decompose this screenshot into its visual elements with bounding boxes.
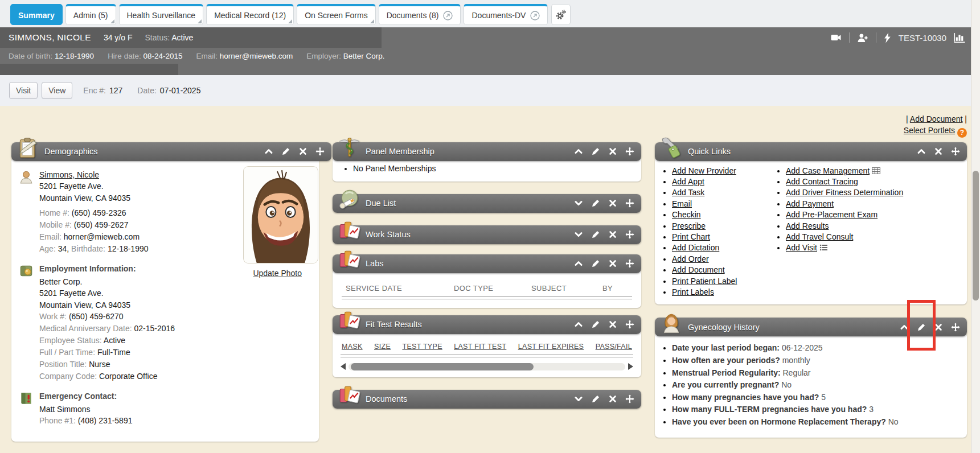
grid-icon[interactable] [872,167,880,174]
labs-column-header: SERVICE DATE [346,284,454,293]
quick-link[interactable]: Add Dictation [672,243,719,252]
move-icon[interactable] [951,323,960,332]
quick-link[interactable]: Add Case Management [786,166,870,175]
quick-link[interactable]: Add Contact Tracing [786,177,858,186]
quick-link[interactable]: Add Visit [786,243,817,252]
scroll-right-arrow[interactable] [628,363,633,370]
view-button[interactable]: View [42,82,72,99]
collapse-icon[interactable] [574,320,583,329]
update-photo-link[interactable]: Update Photo [253,269,302,278]
tab-bar: Summary Admin (5) Health Surveillance Me… [0,0,980,27]
quick-link[interactable]: Print Chart [672,232,710,241]
add-document-link[interactable]: Add Document [910,114,963,123]
list-icon[interactable] [819,244,828,251]
fit-test-column-link[interactable]: PASS/FAIL [596,343,632,351]
quick-link[interactable]: Print Patient Label [672,277,737,286]
edit-icon[interactable] [591,394,600,403]
video-camera-icon[interactable] [830,33,842,42]
page-scrollbar[interactable] [971,0,980,453]
close-icon[interactable] [608,147,617,156]
chart-tab[interactable]: Summary [10,4,63,25]
wrench-tag-icon [659,136,683,160]
close-icon[interactable] [934,147,943,156]
lightning-bolt-icon[interactable] [884,32,891,43]
chart-tab[interactable]: Documents (8) [379,4,461,25]
quick-link-item: Add Appt [672,176,769,187]
move-icon[interactable] [625,199,634,208]
expand-icon[interactable] [574,199,583,208]
portlet-fit-test: Fit Test Results MASKSIZETEST TYPELAST F… [333,315,641,377]
close-icon[interactable] [608,259,617,268]
visit-button[interactable]: Visit [9,82,38,99]
collapse-icon[interactable] [574,147,583,156]
fit-test-column-link[interactable]: LAST FIT TEST [454,343,506,351]
quick-link[interactable]: Add Travel Consult [786,232,853,241]
fit-test-column-link[interactable]: TEST TYPE [402,343,442,351]
fit-test-column-link[interactable]: SIZE [374,343,391,351]
scroll-left-arrow[interactable] [341,363,346,370]
move-icon[interactable] [625,394,634,403]
open-in-new-icon[interactable] [530,11,540,20]
portlet-due-list: Due List [333,194,641,213]
quick-link[interactable]: Add Driver Fitness Determination [786,188,903,197]
summary-page: | Add Document | Select Portlets ? Demog… [0,106,980,453]
quick-link[interactable]: Add Document [672,265,725,274]
quick-link[interactable]: Add Payment [786,199,834,208]
patient-chart-link[interactable]: Simmons, Nicole [39,170,99,179]
close-icon[interactable] [608,199,617,208]
move-icon[interactable] [625,230,634,239]
edit-icon[interactable] [281,147,290,156]
patient-meta-field: Email: horner@mieweb.com [196,52,293,60]
expand-icon[interactable] [574,394,583,403]
quick-link[interactable]: Print Labels [672,287,714,296]
quick-link[interactable]: Email [672,199,692,208]
patient-meta-field: Employer: Better Corp. [306,52,384,60]
tab-settings-gear-button[interactable] [551,4,571,25]
scroll-track[interactable] [348,363,625,370]
fit-test-column-link[interactable]: LAST FIT EXPIRES [518,343,584,351]
edit-icon[interactable] [591,230,600,239]
edit-icon[interactable] [591,259,600,268]
quick-link[interactable]: Add Pre-Placement Exam [786,210,878,219]
edit-icon[interactable] [591,320,600,329]
chart-tab[interactable]: On Screen Forms [297,4,375,25]
move-icon[interactable] [625,320,634,329]
move-icon[interactable] [951,147,960,156]
collapse-icon[interactable] [264,147,273,156]
close-icon[interactable] [608,230,617,239]
bar-chart-icon[interactable] [954,32,965,43]
add-person-icon[interactable] [857,33,868,43]
close-icon[interactable] [608,320,617,329]
gynecology-qa-item: Have you ever been on Hormone Replacemen… [672,416,961,429]
quick-link-item: Add Travel Consult [786,232,963,242]
move-icon[interactable] [625,147,634,156]
open-in-new-icon[interactable] [443,11,453,20]
quick-link[interactable]: Checkin [672,210,701,219]
quick-link[interactable]: Prescribe [672,221,706,230]
scroll-thumb[interactable] [351,363,534,370]
close-icon[interactable] [298,147,307,156]
quick-link[interactable]: Add Appt [672,177,704,186]
portlet-title: Demographics [44,147,98,156]
quick-link[interactable]: Add Results [786,221,829,230]
edit-icon[interactable] [591,147,600,156]
chart-tab[interactable]: Health Surveillance [119,4,204,25]
quick-link[interactable]: Add Order [672,254,709,263]
quick-link[interactable]: Add Task [672,188,704,197]
close-icon[interactable] [608,394,617,403]
move-icon[interactable] [625,259,634,268]
collapse-icon[interactable] [574,259,583,268]
collapse-icon[interactable] [917,147,926,156]
quick-link-item: Add Case Management [786,166,963,176]
help-icon[interactable]: ? [957,128,967,138]
expand-icon[interactable] [574,230,583,239]
chart-tab[interactable]: Documents-DV [464,4,548,25]
chart-tab[interactable]: Admin (5) [65,4,116,25]
fit-test-column-link[interactable]: MASK [342,343,363,351]
select-portlets-link[interactable]: Select Portlets [904,126,955,135]
move-icon[interactable] [315,147,325,156]
quick-link[interactable]: Add New Provider [672,166,736,175]
edit-icon[interactable] [591,199,600,208]
chart-tab[interactable]: Medical Record (12) [206,4,294,25]
page-scrollbar-thumb[interactable] [973,171,979,300]
